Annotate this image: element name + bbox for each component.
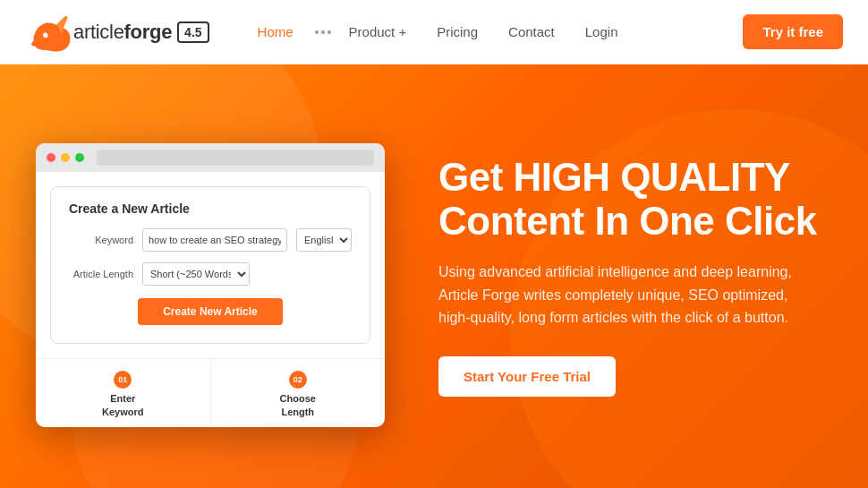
length-row: Article Length Short (~250 Words) Medium… (69, 262, 352, 286)
browser-dot-red (47, 153, 55, 162)
logo-text: articleforge (73, 21, 172, 44)
nav-product[interactable]: Product + (336, 19, 420, 45)
step-1: 01 EnterKeyword (36, 359, 211, 427)
length-label: Article Length (69, 269, 133, 279)
nav-login[interactable]: Login (573, 19, 631, 45)
length-select[interactable]: Short (~250 Words) Medium (~500 Words) L… (142, 262, 250, 286)
nav-contact[interactable]: Contact (496, 19, 567, 45)
browser-dot-green (75, 153, 84, 162)
keyword-label: Keyword (69, 235, 133, 245)
logo: articleforge 4.5 (25, 10, 209, 55)
create-article-form: Create a New Article Keyword English Art… (50, 186, 370, 344)
step-2: 02 ChooseLength (211, 359, 386, 427)
step-2-num: 02 (289, 371, 307, 389)
step-1-num: 01 (114, 371, 132, 389)
main-nav: Home Product + Pricing Contact Login (245, 19, 744, 45)
nav-pricing[interactable]: Pricing (424, 19, 490, 45)
hero-text-panel: Get HIGH QUALITY Content In One Click Us… (412, 64, 868, 488)
hero-cta-button[interactable]: Start Your Free Trial (438, 356, 616, 397)
logo-bird-icon (25, 10, 73, 55)
hero-section: Create a New Article Keyword English Art… (0, 64, 868, 488)
steps-row: 01 EnterKeyword 02 ChooseLength (36, 358, 385, 427)
step-2-label: ChooseLength (218, 392, 379, 418)
nav-dot-1 (315, 30, 319, 34)
browser-dot-yellow (61, 153, 70, 162)
nav-dots-indicator (315, 30, 331, 34)
nav-dot-2 (321, 30, 325, 34)
hero-heading: Get HIGH QUALITY Content In One Click (438, 156, 832, 243)
nav-home[interactable]: Home (245, 19, 306, 45)
hero-mockup-panel: Create a New Article Keyword English Art… (0, 64, 412, 488)
browser-mockup: Create a New Article Keyword English Art… (36, 143, 385, 427)
hero-heading-line2: Content In One Click (438, 199, 817, 243)
browser-content: Create a New Article Keyword English Art… (36, 172, 385, 358)
logo-version: 4.5 (177, 21, 208, 43)
keyword-input[interactable] (142, 228, 287, 252)
header: articleforge 4.5 Home Product + Pricing … (0, 0, 868, 64)
try-free-button[interactable]: Try it free (743, 14, 843, 49)
keyword-row: Keyword English (69, 228, 352, 252)
browser-topbar (36, 143, 385, 172)
language-select[interactable]: English (296, 228, 352, 252)
form-title: Create a New Article (69, 201, 352, 216)
hero-subtext: Using advanced artificial intelligence a… (438, 261, 805, 330)
create-article-button[interactable]: Create New Article (138, 298, 283, 325)
form-button-row: Create New Article (69, 298, 352, 325)
browser-urlbar (97, 150, 374, 166)
nav-dot-3 (328, 30, 331, 34)
step-1-label: EnterKeyword (43, 392, 203, 418)
hero-heading-line1: Get HIGH QUALITY (438, 155, 790, 199)
